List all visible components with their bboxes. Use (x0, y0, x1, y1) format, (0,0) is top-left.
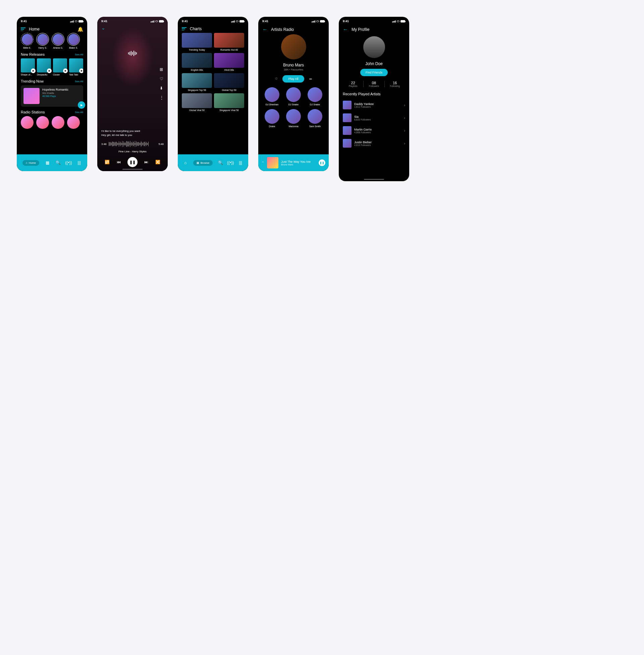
chart-tile[interactable]: Romantic Hot 40 (214, 33, 244, 51)
track-info: Fine Line - Harry Styles (101, 150, 164, 153)
story-item[interactable]: Harry S. (36, 33, 49, 49)
artist-name: Bruno Mars (262, 63, 325, 67)
related-artist[interactable]: Madonna (284, 109, 303, 128)
nav-browse-icon[interactable]: ▦ (45, 160, 50, 165)
chart-tile[interactable]: Trending Today (182, 33, 212, 51)
stat-item[interactable]: 22 Playlists (343, 81, 364, 87)
more-icon[interactable]: ⋮ (160, 95, 164, 100)
related-artist[interactable]: Drake (262, 109, 282, 128)
nav-search-icon[interactable]: 🔍 (218, 160, 223, 165)
chart-tile[interactable]: English 00s (182, 53, 212, 71)
radio-station[interactable] (67, 116, 80, 129)
repeat-icon[interactable]: 🔁 (105, 160, 110, 164)
nav-browse[interactable]: ▦Browse (193, 160, 213, 166)
heart-icon[interactable]: ♡ (275, 77, 278, 81)
add-icon[interactable]: ⊞ (160, 67, 164, 72)
see-all-link[interactable]: See All (75, 80, 83, 83)
notification-icon[interactable]: 🔔 (77, 26, 83, 32)
story-name: Billie E. (21, 47, 33, 49)
collapse-icon[interactable]: ⌄ (101, 25, 164, 30)
play-icon[interactable]: ▶ (47, 68, 52, 73)
related-artist[interactable]: Sam Smith (305, 109, 325, 128)
play-button[interactable]: ▶ (78, 101, 85, 109)
chart-tile[interactable]: Singapore Top 50 (182, 73, 212, 91)
battery-icon (239, 20, 244, 22)
radio-station[interactable] (52, 116, 64, 129)
chart-name: Romantic Hot 40 (214, 49, 244, 51)
profile-avatar[interactable] (363, 36, 385, 58)
chart-tile[interactable]: Hindi 00s (214, 53, 244, 71)
nav-library-icon[interactable]: ||| (238, 160, 243, 165)
nav-library-icon[interactable]: ||| (77, 160, 82, 165)
back-icon[interactable]: ← (262, 26, 268, 32)
time-elapsed: 3:48 (101, 143, 107, 145)
mini-player[interactable]: ⌃ Just The Way You Are Bruno Mars ❚❚ (258, 154, 329, 171)
chart-tile[interactable]: Global Viral 50 (182, 93, 212, 111)
nav-radio-icon[interactable]: ((•)) (228, 160, 233, 165)
share-icon[interactable]: ⫘ (309, 77, 312, 81)
radio-station[interactable] (21, 116, 33, 129)
trending-plays: 40,580 Plays (42, 95, 68, 97)
status-time: 9:41 (182, 20, 188, 23)
play-all-button[interactable]: Play All (282, 75, 304, 83)
chart-tile[interactable]: Singapore Viral 50 (214, 93, 244, 111)
find-friends-button[interactable]: Find Friends (360, 69, 388, 76)
battery-icon (78, 20, 83, 22)
heart-icon[interactable]: ♡ (160, 76, 164, 81)
menu-icon[interactable] (182, 27, 186, 30)
recent-artist-row[interactable]: Martin Garrix 4,008 Followers › (343, 124, 405, 137)
trending-card[interactable]: Hopeless Romantic Wiz Khalifa 40,580 Pla… (21, 85, 83, 107)
radio-station[interactable] (36, 116, 49, 129)
chart-name: English 00s (182, 69, 212, 71)
nav-home[interactable]: ⌂Home (22, 160, 39, 166)
related-artist-name: Drake (262, 125, 282, 128)
story-name: Harry S. (36, 47, 49, 49)
status-time: 9:41 (343, 20, 349, 23)
chart-name: Trending Today (182, 49, 212, 51)
nav-home-icon[interactable]: ⌂ (183, 160, 188, 165)
see-all-link[interactable]: See All (75, 111, 83, 114)
play-icon[interactable]: ▶ (31, 68, 36, 73)
story-item[interactable]: Billie E. (21, 33, 33, 49)
story-item[interactable]: Ariana G. (52, 33, 64, 49)
charts-screen: 9:41 ⬭ Charts Trending Today Romantic Ho… (178, 17, 248, 171)
artist-favourites: 38K+ Favourites (262, 68, 325, 71)
download-icon[interactable]: ⬇ (160, 86, 164, 91)
back-icon[interactable]: ← (343, 26, 348, 32)
nav-radio-icon[interactable]: ((•)) (66, 160, 71, 165)
album-item[interactable]: ▶ Despacito (37, 59, 51, 76)
chart-tile[interactable]: Global Top 50 (214, 73, 244, 91)
nav-search-icon[interactable]: 🔍 (56, 160, 60, 165)
page-title: Home (29, 27, 74, 31)
related-artist[interactable]: DJ Snake (284, 87, 303, 106)
player-screen: 9:41 ⬭ ⌄ ⊞ ♡ ⬇ ⋮ I'd like to be everythi… (97, 17, 168, 171)
see-all-link[interactable]: See All (75, 53, 83, 56)
shuffle-icon[interactable]: 🔀 (155, 160, 160, 164)
page-title: Charts (190, 26, 244, 31)
related-artist[interactable]: DJ Snake (305, 87, 325, 106)
stat-number: 16 (385, 81, 405, 85)
mini-pause-button[interactable]: ❚❚ (319, 159, 325, 166)
album-item[interactable]: ▶ Taki Taki (69, 59, 83, 76)
previous-icon[interactable]: ⏮ (117, 160, 121, 164)
related-artist[interactable]: Ed Sheehan (262, 87, 282, 106)
menu-icon[interactable] (21, 27, 25, 31)
album-item[interactable]: ▶ Shape of... (21, 59, 35, 76)
time-total: 5:48 (158, 143, 164, 145)
equalizer-icon (128, 51, 137, 56)
next-icon[interactable]: ⏭ (144, 160, 148, 164)
album-item[interactable]: ▶ Closer (53, 59, 67, 76)
stat-item[interactable]: 08 Followers (364, 81, 384, 87)
chevron-up-icon[interactable]: ⌃ (262, 161, 264, 164)
stat-item[interactable]: 16 Following (385, 81, 405, 87)
story-item[interactable]: Blake S. (67, 33, 80, 49)
play-icon[interactable]: ▶ (79, 68, 83, 73)
waveform[interactable] (109, 141, 157, 147)
pause-button[interactable]: ❚❚ (128, 157, 138, 167)
stat-number: 08 (364, 81, 384, 85)
play-icon[interactable]: ▶ (63, 68, 68, 73)
recent-artist-row[interactable]: Daddy Yankee 1,611 Followers › (343, 99, 405, 111)
recent-artist-row[interactable]: Sia 8,822 Followers › (343, 111, 405, 124)
signal-icon (312, 20, 315, 22)
recent-artist-row[interactable]: Justin Bieber 4,816 Followers › (343, 137, 405, 150)
